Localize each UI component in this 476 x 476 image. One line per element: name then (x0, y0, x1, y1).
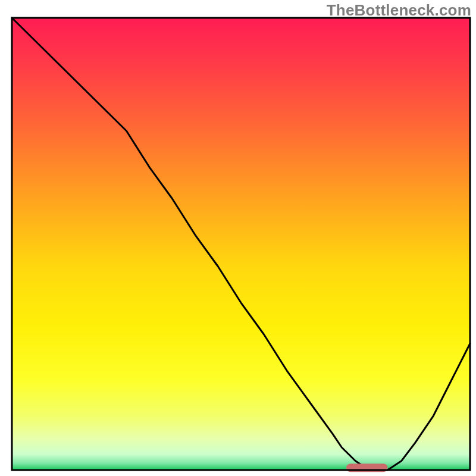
bottleneck-chart: TheBottleneck.com (0, 0, 476, 476)
watermark-text: TheBottleneck.com (327, 1, 471, 20)
chart-svg (0, 0, 476, 476)
